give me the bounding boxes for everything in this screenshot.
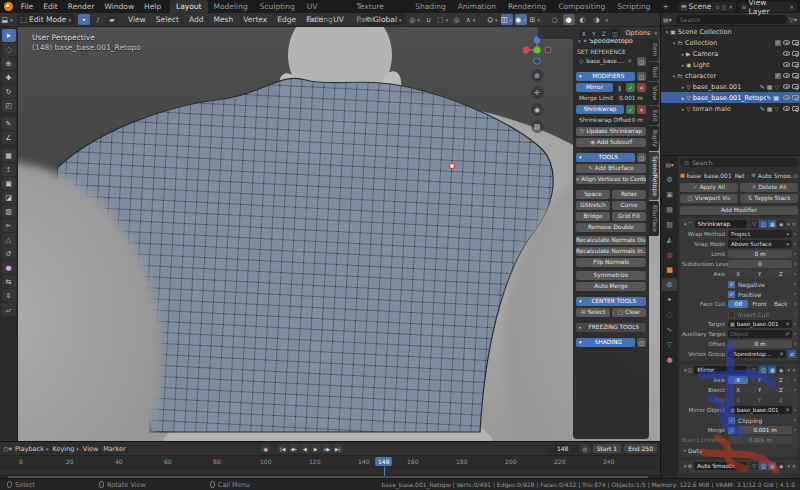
extras-dropdown-icon[interactable]: ▾ xyxy=(787,463,790,469)
workspace-tab-scripting[interactable]: Scripting xyxy=(611,0,656,13)
invert-cull-checkbox[interactable]: ✓ xyxy=(728,311,735,318)
merge-threshold-field[interactable]: 0.001 m xyxy=(738,426,792,434)
vertex-group-field[interactable]: ⁝Speedretop...✕ xyxy=(728,350,786,358)
render-visibility-icon[interactable] xyxy=(792,51,799,56)
delete-mirror-button[interactable]: ✕ xyxy=(637,83,646,92)
extras-dropdown-icon[interactable]: ▾ xyxy=(787,367,790,373)
face-cull-back-button[interactable]: Back xyxy=(771,300,791,308)
tool-scale[interactable]: ◰ xyxy=(2,99,16,112)
gizmo-x-neg-axis[interactable] xyxy=(545,47,551,53)
exclude-checkbox[interactable]: ✓ xyxy=(775,73,781,79)
tab-view[interactable]: View xyxy=(649,82,659,104)
tool-loop-cut[interactable]: ▥ xyxy=(2,205,16,218)
wrap-method-dropdown[interactable]: Project▾ xyxy=(728,230,792,238)
menu-vertex[interactable]: Vertex xyxy=(238,15,272,24)
axis-y-toggle[interactable]: Y xyxy=(749,270,769,278)
remove-modifier-icon[interactable]: ✕ xyxy=(792,367,796,373)
outliner-display-mode-icon[interactable]: ▤▾ xyxy=(663,16,672,23)
menu-render[interactable]: Render xyxy=(63,2,100,11)
flip-y-toggle[interactable]: Y xyxy=(749,396,769,404)
tab-render-properties[interactable]: ▣ xyxy=(662,188,677,201)
menu-select[interactable]: Select xyxy=(151,15,184,24)
clipping-checkbox[interactable]: ✓ xyxy=(728,417,735,424)
exclude-checkbox[interactable]: ✓ xyxy=(775,40,781,46)
menu-edge[interactable]: Edge xyxy=(272,15,301,24)
visibility-eye-icon[interactable] xyxy=(783,106,790,111)
xray-toggle[interactable]: ◫▾ xyxy=(501,14,513,25)
extras-dropdown-icon[interactable]: ▾ xyxy=(787,221,790,227)
workspace-tab-sculpting[interactable]: Sculpting xyxy=(254,0,301,13)
tab-output-properties[interactable]: ▤ xyxy=(662,203,677,216)
tab-rigify[interactable]: Rigify xyxy=(649,126,659,151)
tool-edge-slide[interactable]: ⇆ xyxy=(2,275,16,288)
collapse-icon[interactable]: ▾ xyxy=(684,221,687,227)
shading-section-header[interactable]: ▾SHADING xyxy=(576,338,635,347)
tool-inset-faces[interactable]: ▣ xyxy=(2,177,16,190)
tool-shrink-fatten[interactable]: ⇕ xyxy=(2,289,16,302)
modifier-name-field[interactable]: Mirror xyxy=(694,366,747,374)
snap-magnet-icon[interactable]: ∪ xyxy=(423,14,435,25)
render-display-icon[interactable]: ◉ xyxy=(777,462,785,470)
add-modifier-button[interactable]: Add Modifier xyxy=(680,206,798,215)
mirror-object-field[interactable]: ▦base_base.001✕ xyxy=(728,406,792,414)
tab-constraint-properties[interactable]: ∿ xyxy=(662,323,677,336)
axis-x-toggle[interactable]: X xyxy=(728,270,748,278)
gizmo-x-axis[interactable] xyxy=(523,47,530,54)
negative-checkbox[interactable]: ✓ xyxy=(728,281,735,288)
shading-solid-button[interactable]: ● xyxy=(563,14,575,25)
merge-limit-field[interactable]: Merge Limit0.001 m xyxy=(576,94,646,103)
timeline-ruler[interactable]: 0 20 40 60 80 100 120 140 160 180 200 22… xyxy=(0,455,660,467)
snapping-dropdown[interactable]: ⬚▾ xyxy=(437,14,449,25)
apply-all-button[interactable]: ✓ Apply All xyxy=(680,183,738,192)
shrinkwrap-modifier-button[interactable]: Shrinkwrap xyxy=(576,105,624,114)
shading-wireframe-button[interactable]: ○ xyxy=(549,14,561,25)
tool-measure[interactable]: ∠ xyxy=(2,131,16,144)
remove-view-layer-icon[interactable]: ✕ xyxy=(790,4,794,10)
modifiers-section-header[interactable]: ▾MODIFIERS xyxy=(576,72,635,81)
axis-z-toggle[interactable]: Z xyxy=(771,270,791,278)
face-cull-off-button[interactable]: Off xyxy=(728,300,748,308)
visibility-eye-icon[interactable] xyxy=(783,51,790,56)
tab-scene-properties[interactable]: ◭ xyxy=(662,233,677,246)
tab-particle-properties[interactable]: ✦ xyxy=(662,293,677,306)
bridge-button[interactable]: Bridge xyxy=(576,212,610,221)
tool-move[interactable]: ✚ xyxy=(2,71,16,84)
remove-modifier-icon[interactable]: ✕ xyxy=(792,221,796,227)
workspace-tab-texturepaint[interactable]: Texture Paint xyxy=(350,0,409,13)
remove-modifier-icon[interactable]: ✕ xyxy=(792,463,796,469)
tool-poly-build[interactable]: △ xyxy=(2,233,16,246)
target-object-field[interactable]: ▦base_base.001✕ xyxy=(728,320,792,328)
tab-modifier-properties[interactable]: ⚙ xyxy=(662,278,677,291)
outliner-row-terran-male[interactable]: ▸ ▽ terran male ✎ ▦ ▽ xyxy=(661,103,800,114)
timeline-editor-type-icon[interactable]: ◷▾ xyxy=(3,445,12,453)
mirror-x-toggle[interactable]: X xyxy=(579,29,588,38)
workspace-tab-modeling[interactable]: Modeling xyxy=(208,0,254,13)
view-layer-selector[interactable]: ≡ View Layer ✕ xyxy=(739,2,797,12)
collapse-icon[interactable]: ▾ xyxy=(684,367,687,373)
scene-selector[interactable]: ⬒ Scene ⊙ ◫ ✕ xyxy=(678,2,736,12)
data-section-label[interactable]: Data xyxy=(688,447,702,454)
tools-screen-icon[interactable]: ◫ xyxy=(637,153,646,162)
tool-rotate[interactable]: ↻ xyxy=(2,85,16,98)
reference-object-dropdown[interactable]: ◇base_base....✕ xyxy=(576,57,635,66)
tab-tool-properties[interactable]: ⚙ xyxy=(662,173,677,186)
outliner-filter-icon[interactable]: ▽▾ xyxy=(789,16,797,23)
apply-shrinkwrap-button[interactable]: ✓ xyxy=(626,105,635,114)
realtime-display-icon[interactable]: ◫ xyxy=(759,220,767,228)
delete-shrinkwrap-button[interactable]: ✕ xyxy=(637,105,646,114)
render-visibility-icon[interactable] xyxy=(792,95,799,100)
mirror-count-field[interactable]: ‖ xyxy=(615,83,624,92)
select-mode-vertex-button[interactable]: ∙ xyxy=(78,14,90,25)
auto-merge-button[interactable]: Auto Merge xyxy=(576,282,646,291)
render-visibility-icon[interactable] xyxy=(792,40,799,45)
subdivision-levels-field[interactable]: 0 xyxy=(728,260,792,268)
properties-editor-type-icon[interactable]: ▤▾ xyxy=(662,158,677,171)
keying-menu[interactable]: Keying xyxy=(52,445,74,453)
space-button[interactable]: Space xyxy=(576,190,610,199)
workspace-tab-compositing[interactable]: Compositing xyxy=(552,0,611,13)
timeline-channel-area[interactable] xyxy=(0,467,660,475)
next-keyframe-button[interactable]: ∙▶ xyxy=(322,444,332,453)
recalc-normals-in-button[interactable]: Recalculate Normals In... xyxy=(576,247,646,256)
shading-material-button[interactable]: ◐ xyxy=(577,14,589,25)
symmetrize-button[interactable]: Symmetrize xyxy=(576,271,646,280)
